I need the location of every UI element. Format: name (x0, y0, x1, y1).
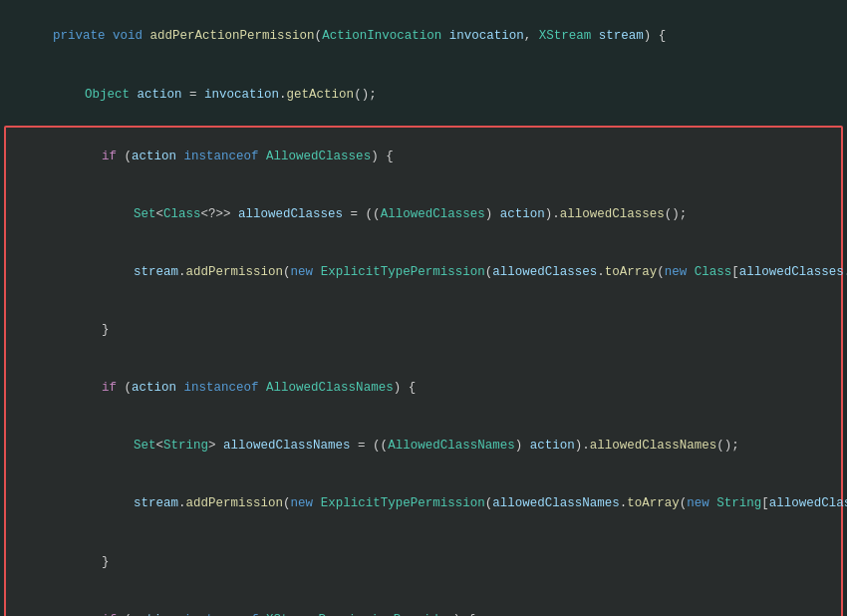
allowed-classnames-add-permission-line: stream.addPermission(new ExplicitTypePer… (6, 475, 841, 533)
allowed-classes-set-line: Set<Class<?>> allowedClasses = ((Allowed… (6, 185, 841, 243)
if-xstream-permission-line: if (action instanceof XStreamPermissionP… (6, 591, 841, 616)
if-allowed-classnames-line: if (action instanceof AllowedClassNames)… (6, 360, 841, 418)
method1-signature-line: private void addPerActionPermission(Acti… (0, 8, 847, 66)
allowed-classnames-set-line: Set<String> allowedClassNames = ((Allowe… (6, 418, 841, 475)
code-editor: private void addPerActionPermission(Acti… (0, 0, 847, 616)
if-allowed-classes-close: } (6, 302, 841, 360)
if-allowed-classnames-close: } (6, 533, 841, 591)
object-action-line: Object action = invocation.getAction(); (0, 66, 847, 124)
highlighted-block-1: if (action instanceof AllowedClasses) { … (4, 126, 843, 616)
allowed-classes-add-permission-line: stream.addPermission(new ExplicitTypePer… (6, 244, 841, 302)
if-allowed-classes-line: if (action instanceof AllowedClasses) { (6, 128, 841, 185)
